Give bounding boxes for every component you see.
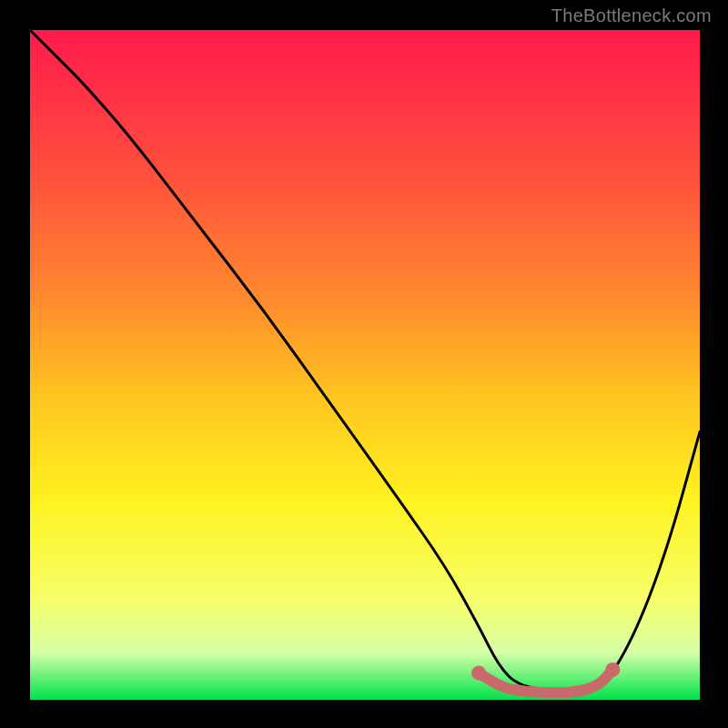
chart-canvas: [0, 0, 728, 728]
gradient-background: [30, 30, 700, 700]
highlight-dot: [605, 662, 620, 677]
highlight-dot: [471, 666, 486, 681]
chart-frame: TheBottleneck.com: [0, 0, 728, 728]
